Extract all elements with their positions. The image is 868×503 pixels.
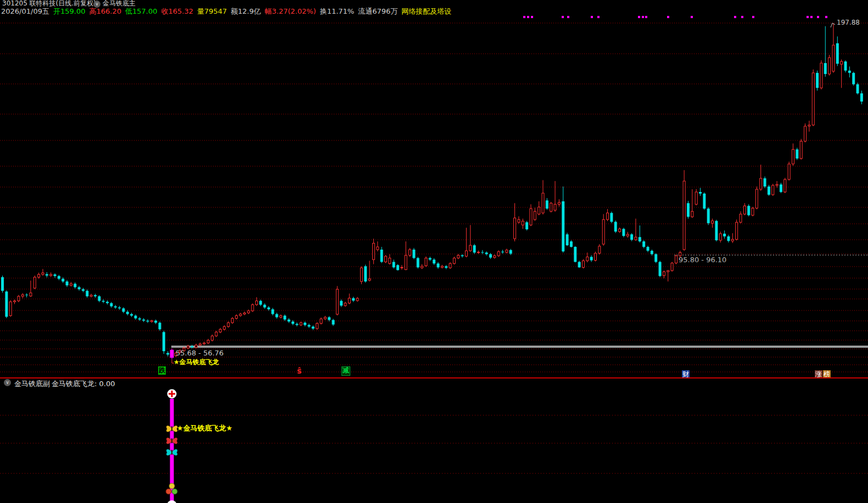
candle-up <box>195 345 197 347</box>
candle-up <box>9 302 12 315</box>
candle-up <box>626 234 629 236</box>
candle-up <box>336 289 338 314</box>
info-item[interactable]: 网络接配及塔设 <box>401 7 451 15</box>
candle-up <box>236 315 238 318</box>
candle-up <box>90 295 92 296</box>
candle-down <box>546 200 548 208</box>
candle-down <box>130 314 133 316</box>
event-dot <box>562 16 564 18</box>
candle-up <box>324 317 326 319</box>
candle-up <box>663 272 665 275</box>
candle-down <box>566 234 569 245</box>
candle-down <box>473 245 476 252</box>
candle-down <box>659 262 662 276</box>
candle-down <box>86 291 88 296</box>
candle-down <box>146 321 149 322</box>
candle-down <box>715 221 718 240</box>
candle-up <box>441 266 443 267</box>
candle-down <box>332 320 334 324</box>
candle-up <box>300 323 302 325</box>
candle-down <box>445 266 447 268</box>
candle-up <box>675 256 677 263</box>
candle-down <box>312 326 315 329</box>
candle-down <box>429 258 432 259</box>
candle-up <box>841 61 843 64</box>
dragon-signal-label-panel: ★金马铁底飞龙★ <box>177 423 232 433</box>
candle-down <box>412 250 415 258</box>
candle-down <box>485 252 488 254</box>
candle-down <box>481 252 484 253</box>
candle-up <box>42 273 44 274</box>
candle-down <box>271 309 274 314</box>
candle-up <box>804 126 807 141</box>
candle-down <box>630 234 633 240</box>
candle-down <box>5 291 8 317</box>
info-item: 幅3.27(2.02%) <box>265 7 316 15</box>
candle-down <box>489 254 492 257</box>
candle-down <box>856 84 859 94</box>
candle-down <box>307 325 310 326</box>
candle-up <box>832 45 835 71</box>
event-dot <box>741 16 743 18</box>
candle-down <box>114 306 117 307</box>
sub-indicator-value: 金马铁底飞龙: 0.00 <box>52 379 115 389</box>
candle-down <box>134 315 137 318</box>
candle-up <box>582 261 584 267</box>
candle-down <box>138 318 141 319</box>
candle-up <box>33 277 36 288</box>
candle-down <box>642 241 645 247</box>
candle-down <box>639 237 641 241</box>
candle-up <box>18 296 20 301</box>
candle-up <box>497 252 500 256</box>
chevron-down-icon[interactable]: ∨ <box>4 379 11 386</box>
candle-up <box>522 221 524 225</box>
ball-red-icon <box>166 489 171 494</box>
candle-up <box>384 256 387 262</box>
sub-indicator-name[interactable]: 金马铁底副 <box>14 379 50 389</box>
high-price-label: 197.88 <box>837 19 860 26</box>
candle-up <box>731 239 733 241</box>
candle-up <box>223 326 226 329</box>
candle-down <box>574 247 576 262</box>
candle-down <box>352 298 355 301</box>
candle-up <box>820 63 822 88</box>
candle-down <box>393 262 395 267</box>
info-item: 换11.71% <box>320 7 355 15</box>
candle-up <box>800 141 802 159</box>
candle-up <box>368 279 371 280</box>
candle-up <box>667 270 669 272</box>
candle-up <box>712 221 714 223</box>
candle-down <box>622 229 625 236</box>
candle-down <box>816 73 819 88</box>
candle-up <box>740 214 742 222</box>
candle-up <box>211 336 214 340</box>
candlestick-chart[interactable] <box>0 0 868 503</box>
candle-up <box>776 184 778 185</box>
ball-green-icon <box>172 489 177 494</box>
event-dot <box>825 16 827 18</box>
candle-down <box>82 289 85 291</box>
candle-down <box>764 178 766 186</box>
candle-down <box>562 201 564 251</box>
candle-up <box>760 178 762 189</box>
candle-up <box>449 263 451 268</box>
candle-down <box>836 43 839 64</box>
panel-separator <box>0 377 868 378</box>
candle-down <box>283 315 286 319</box>
candle-down <box>647 247 649 251</box>
candle-down <box>699 192 702 194</box>
candle-down <box>98 296 100 301</box>
candle-down <box>304 323 306 325</box>
candle-down <box>264 305 266 308</box>
candle-down <box>687 203 690 217</box>
candle-down <box>94 295 97 296</box>
candle-down <box>118 308 121 309</box>
candle-up <box>401 267 403 268</box>
candle-up <box>372 243 374 259</box>
candle-up <box>360 268 362 281</box>
candle-up <box>248 311 250 313</box>
candle-down <box>154 321 157 323</box>
candle-down <box>122 308 125 312</box>
event-dot <box>810 16 813 18</box>
main-indicator-name[interactable]: 金马铁底主 <box>103 0 136 7</box>
